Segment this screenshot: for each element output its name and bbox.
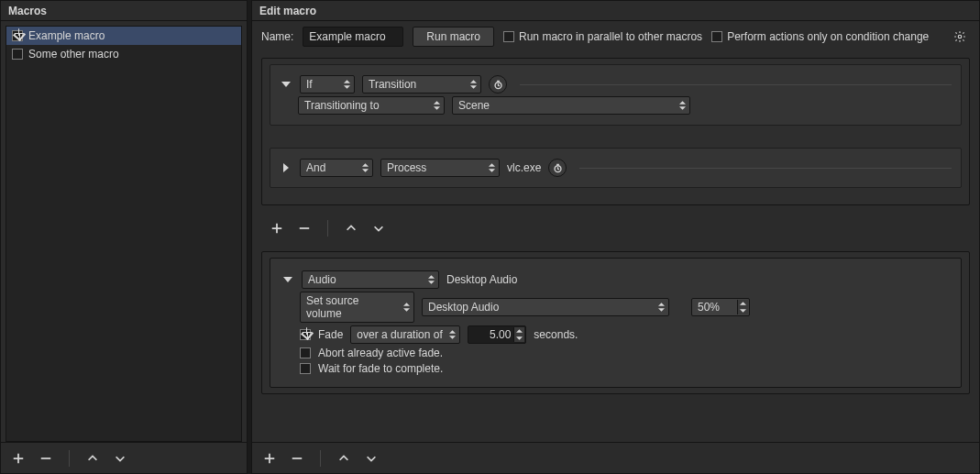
run-macro-button[interactable]: Run macro <box>413 27 494 47</box>
macros-title: Macros <box>1 1 247 21</box>
disclosure-right-icon[interactable] <box>280 161 292 174</box>
scene-select[interactable]: Scene <box>452 96 690 115</box>
macro-label: Some other macro <box>28 48 119 61</box>
action-move-down-button[interactable] <box>361 448 381 468</box>
logic-select[interactable]: And <box>300 159 373 177</box>
disclosure-down-icon[interactable] <box>281 273 294 286</box>
separator <box>327 220 328 237</box>
separator <box>320 450 321 467</box>
list-item[interactable]: Example macro <box>6 27 241 45</box>
macro-move-down-button[interactable] <box>110 448 130 468</box>
wait-fade-label: Wait for fade to complete. <box>318 362 443 375</box>
settings-button[interactable] <box>950 27 970 47</box>
timer-icon[interactable] <box>489 75 507 94</box>
add-action-button[interactable] <box>259 448 280 468</box>
action-block: Audio Desktop Audio Set source volume De… <box>270 258 962 388</box>
conditions-section: If Transition Transitioning to <box>261 58 970 205</box>
macro-label: Example macro <box>28 29 105 42</box>
list-item[interactable]: Some other macro <box>6 45 241 63</box>
volume-input[interactable]: 50% <box>691 298 750 316</box>
on-change-label: Perform actions only on condition change <box>727 30 929 43</box>
remove-action-button[interactable] <box>287 448 307 468</box>
macros-panel: Macros Example macro Some other macro <box>0 0 248 474</box>
fade-mode-select[interactable]: over a duration of <box>350 325 460 344</box>
condition-type-select[interactable]: Process <box>380 159 500 177</box>
fade-checkbox[interactable] <box>300 329 311 340</box>
condition-move-down-button[interactable] <box>369 218 389 238</box>
wait-fade-checkbox[interactable] <box>300 363 311 374</box>
edit-macro-panel: Edit macro Name: Example macro Run macro… <box>251 0 980 474</box>
remove-condition-button[interactable] <box>294 218 314 238</box>
parallel-checkbox[interactable] <box>503 31 514 42</box>
audio-source-select[interactable]: Desktop Audio <box>422 298 669 316</box>
track-line <box>520 84 952 85</box>
remove-macro-button[interactable] <box>36 448 56 468</box>
svg-point-0 <box>958 35 962 39</box>
condition-type-select[interactable]: Transition <box>362 75 481 94</box>
parallel-option[interactable]: Run macro in parallel to other macros <box>503 30 702 43</box>
edit-header: Name: Example macro Run macro Run macro … <box>252 21 979 52</box>
on-change-checkbox[interactable] <box>711 31 722 42</box>
actions-section: Audio Desktop Audio Set source volume De… <box>261 251 970 394</box>
seconds-label: seconds. <box>534 328 578 341</box>
edit-title: Edit macro <box>252 1 979 21</box>
macro-enable-checkbox[interactable] <box>12 30 23 41</box>
separator <box>69 450 70 467</box>
fade-duration-input[interactable]: 5.00 <box>468 325 526 344</box>
transition-mode-select[interactable]: Transitioning to <box>298 96 445 115</box>
track-line <box>579 168 952 169</box>
parallel-label: Run macro in parallel to other macros <box>519 30 702 43</box>
name-label: Name: <box>261 30 293 43</box>
macros-toolbar <box>1 442 247 473</box>
abort-fade-label: Abort already active fade. <box>318 347 443 359</box>
add-macro-button[interactable] <box>8 448 28 468</box>
disclosure-down-icon[interactable] <box>280 78 292 91</box>
macro-name-input[interactable]: Example macro <box>303 27 403 47</box>
condition-block: And Process vlc.exe <box>270 148 962 188</box>
action-source-label: Desktop Audio <box>446 273 517 286</box>
conditions-toolbar <box>261 215 970 242</box>
timer-icon[interactable] <box>548 159 567 177</box>
actions-toolbar <box>252 442 979 473</box>
on-change-option[interactable]: Perform actions only on condition change <box>711 30 929 43</box>
macro-enable-checkbox[interactable] <box>12 49 23 60</box>
add-condition-button[interactable] <box>267 218 287 238</box>
abort-fade-checkbox[interactable] <box>300 347 311 358</box>
process-value: vlc.exe <box>507 161 541 174</box>
action-move-up-button[interactable] <box>334 448 354 468</box>
action-type-select[interactable]: Audio <box>302 270 439 289</box>
condition-block: If Transition Transitioning to <box>270 64 962 126</box>
audio-op-select[interactable]: Set source volume <box>300 292 414 323</box>
macro-move-up-button[interactable] <box>83 448 103 468</box>
condition-move-up-button[interactable] <box>341 218 361 238</box>
fade-label: Fade <box>318 328 343 341</box>
macros-list[interactable]: Example macro Some other macro <box>6 26 242 442</box>
logic-select[interactable]: If <box>300 75 355 94</box>
